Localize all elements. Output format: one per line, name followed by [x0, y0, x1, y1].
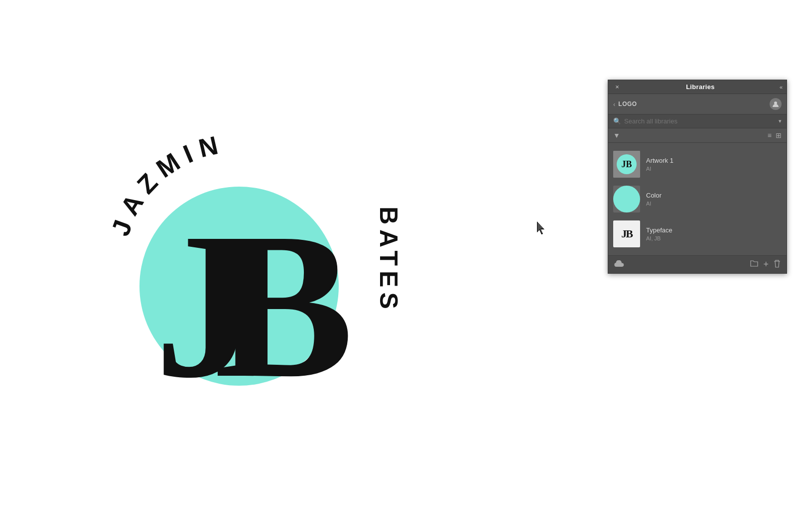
- svg-text:B: B: [214, 190, 354, 421]
- search-dropdown-button[interactable]: ▾: [779, 118, 782, 124]
- delete-button[interactable]: [774, 260, 781, 269]
- logo-container: J B JAZMIN BATES: [70, 97, 408, 435]
- canvas-area: J B JAZMIN BATES: [0, 0, 478, 532]
- panel-title: Libraries: [686, 83, 715, 91]
- libraries-panel: × Libraries « ‹ LOGO 🔍 ▾ ▼ ≡ ⊞: [608, 80, 787, 274]
- typeface-meta: AI, JB: [646, 235, 782, 241]
- svg-text:JB: JB: [621, 159, 632, 169]
- list-view-button[interactable]: ≡: [768, 131, 772, 139]
- color-swatch: [613, 186, 640, 213]
- panel-titlebar: × Libraries «: [608, 80, 787, 94]
- library-item-color[interactable]: Color AI: [608, 182, 787, 216]
- footer-right-buttons: +: [750, 260, 781, 269]
- typeface-thumbnail: JB: [613, 220, 640, 247]
- search-input[interactable]: [624, 117, 776, 125]
- back-button[interactable]: ‹: [613, 101, 615, 108]
- typeface-name: Typeface: [646, 226, 782, 234]
- cursor-overlay: [537, 221, 549, 237]
- color-name: Color: [646, 192, 782, 199]
- grid-view-button[interactable]: ⊞: [776, 131, 782, 139]
- cloud-button[interactable]: [614, 260, 624, 269]
- panel-collapse-button[interactable]: «: [780, 84, 782, 90]
- panel-toolbar: ▼ ≡ ⊞: [608, 128, 787, 143]
- panel-search: 🔍 ▾: [608, 114, 787, 128]
- typeface-info: Typeface AI, JB: [646, 226, 782, 241]
- svg-text:BATES: BATES: [375, 207, 402, 314]
- panel-nav-left: ‹ LOGO: [613, 101, 637, 108]
- library-name-label: LOGO: [618, 101, 637, 107]
- artwork1-meta: AI: [646, 166, 782, 172]
- view-buttons: ≡ ⊞: [768, 131, 782, 139]
- search-icon: 🔍: [613, 117, 621, 125]
- panel-content: JB Artwork 1 AI Color AI JB Type: [608, 143, 787, 255]
- user-icon-button[interactable]: [770, 98, 782, 110]
- panel-footer: +: [608, 255, 787, 273]
- filter-button[interactable]: ▼: [613, 131, 620, 139]
- color-thumbnail: [613, 186, 640, 213]
- library-item-artwork1[interactable]: JB Artwork 1 AI: [608, 147, 787, 182]
- panel-nav: ‹ LOGO: [608, 94, 787, 114]
- color-info: Color AI: [646, 192, 782, 207]
- add-item-button[interactable]: +: [763, 260, 769, 269]
- artwork1-name: Artwork 1: [646, 157, 782, 164]
- artwork1-thumbnail: JB: [613, 151, 640, 178]
- typeface-preview: JB: [621, 227, 632, 240]
- library-item-typeface[interactable]: JB Typeface AI, JB: [608, 216, 787, 251]
- new-folder-button[interactable]: [750, 260, 758, 269]
- color-meta: AI: [646, 201, 782, 207]
- artwork1-info: Artwork 1 AI: [646, 157, 782, 172]
- panel-close-button[interactable]: ×: [613, 83, 621, 91]
